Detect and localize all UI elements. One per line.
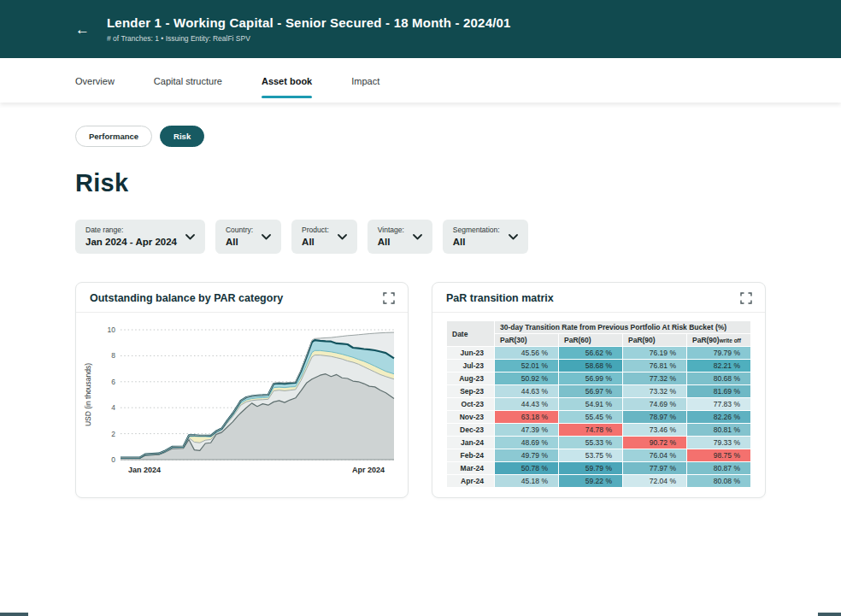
filter-value: All — [302, 237, 329, 247]
matrix-value-cell: 82.26 % — [687, 411, 751, 424]
filter-value: All — [226, 237, 253, 247]
filter-value: All — [453, 237, 500, 247]
pill-risk[interactable]: Risk — [160, 126, 204, 147]
matrix-table-wrap: Date 30-day Transition Rate from Previou… — [432, 313, 765, 488]
matrix-col-header-par90: PaR(90) — [623, 334, 687, 347]
matrix-date-cell: Dec-23 — [447, 424, 495, 437]
filter-segmentation[interactable]: Segmentation:All — [443, 220, 528, 254]
y-axis-title: USD (in thousands) — [84, 363, 92, 426]
filter-label: Vintage: — [378, 226, 404, 234]
bottom-bar-right-corner — [818, 613, 841, 616]
matrix-value-cell: 81.69 % — [687, 385, 751, 398]
chevron-down-icon — [509, 234, 518, 240]
filter-label: Date range: — [85, 226, 177, 234]
matrix-value-cell: 76.81 % — [623, 360, 687, 373]
matrix-value-cell: 56.97 % — [559, 385, 623, 398]
matrix-date-cell: Feb-24 — [447, 449, 495, 462]
matrix-value-cell: 63.18 % — [495, 411, 559, 424]
matrix-value-cell: 54.91 % — [559, 398, 623, 411]
matrix-value-cell: 77.32 % — [623, 373, 687, 385]
tab-impact[interactable]: Impact — [351, 61, 379, 101]
outstanding-balance-card: Outstanding balance by PAR category 0246… — [75, 282, 409, 498]
filter-value: Jan 2024 - Apr 2024 — [85, 237, 177, 247]
matrix-row: Apr-2445.18 %59.22 %72.04 %80.08 % — [447, 475, 751, 488]
matrix-date-cell: Mar-24 — [447, 462, 495, 475]
matrix-date-cell: Jan-24 — [447, 437, 495, 449]
cards-row: Outstanding balance by PAR category 0246… — [75, 282, 766, 498]
matrix-value-cell: 53.75 % — [559, 449, 623, 462]
matrix-value-cell: 58.68 % — [559, 360, 623, 373]
matrix-date-cell: Oct-23 — [447, 398, 495, 411]
matrix-value-cell: 79.33 % — [687, 437, 751, 449]
par-transition-matrix-card: PaR transition matrix Date 30-day Transi… — [432, 282, 766, 498]
card-header: Outstanding balance by PAR category — [76, 283, 408, 313]
back-arrow-icon[interactable]: ← — [75, 22, 90, 37]
y-tick-label: 6 — [111, 378, 115, 386]
matrix-value-cell: 52.01 % — [495, 360, 559, 373]
matrix-value-cell: 50.78 % — [495, 462, 559, 475]
filter-product[interactable]: Product:All — [291, 220, 357, 254]
matrix-date-cell: Apr-24 — [447, 475, 495, 488]
matrix-value-cell: 77.83 % — [687, 398, 751, 411]
tab-capital-structure[interactable]: Capital structure — [154, 61, 222, 101]
page-title: Risk — [75, 169, 766, 197]
par-transition-matrix-table: Date 30-day Transition Rate from Previou… — [446, 320, 751, 488]
card-header: PaR transition matrix — [432, 283, 765, 313]
chevron-down-icon — [338, 234, 347, 240]
matrix-row: Jan-2448.69 %55.33 %90.72 %79.33 % — [447, 437, 751, 449]
matrix-row: Nov-2363.18 %55.45 %78.97 %82.26 % — [447, 411, 751, 424]
matrix-value-cell: 73.32 % — [623, 385, 687, 398]
card-title: PaR transition matrix — [446, 292, 554, 304]
matrix-date-cell: Aug-23 — [447, 373, 495, 385]
pill-performance[interactable]: Performance — [75, 126, 152, 147]
chevron-down-icon — [262, 234, 271, 240]
x-tick-label-end: Apr 2024 — [352, 466, 385, 474]
matrix-value-cell: 76.19 % — [623, 347, 687, 360]
filter-country[interactable]: Country:All — [215, 220, 281, 254]
matrix-date-cell: Jun-23 — [447, 347, 495, 360]
matrix-date-cell: Nov-23 — [447, 411, 495, 424]
app-header: ← Lender 1 - Working Capital - Senior Se… — [0, 0, 841, 58]
matrix-row: Jun-2345.56 %56.62 %76.19 %79.79 % — [447, 347, 751, 360]
filter-vintage[interactable]: Vintage:All — [368, 220, 432, 254]
y-tick-label: 4 — [111, 403, 115, 412]
matrix-value-cell: 76.04 % — [623, 449, 687, 462]
filter-label: Product: — [302, 226, 329, 234]
par-balance-chart-svg: 0246810Jan 2024Apr 2024USD (in thousands… — [81, 316, 403, 487]
matrix-row: Jul-2352.01 %58.68 %76.81 %82.21 % — [447, 360, 751, 373]
matrix-value-cell: 74.69 % — [623, 398, 687, 411]
filter-label: Country: — [226, 226, 253, 234]
tab-bar: Overview Capital structure Asset book Im… — [0, 58, 841, 103]
matrix-row: Oct-2344.43 %54.91 %74.69 %77.83 % — [447, 398, 751, 411]
matrix-value-cell: 72.04 % — [623, 475, 687, 488]
area-current — [121, 374, 394, 460]
x-tick-label-start: Jan 2024 — [128, 466, 161, 474]
matrix-value-cell: 80.87 % — [687, 462, 751, 475]
matrix-value-cell: 59.22 % — [559, 475, 623, 488]
matrix-row: Mar-2450.78 %59.79 %77.97 %80.87 % — [447, 462, 751, 475]
tab-asset-book[interactable]: Asset book — [262, 61, 312, 101]
chevron-down-icon — [185, 234, 195, 240]
matrix-value-cell: 55.45 % — [559, 411, 623, 424]
matrix-row: Feb-2449.79 %53.75 %76.04 %98.75 % — [447, 449, 751, 462]
matrix-value-cell: 56.62 % — [559, 347, 623, 360]
matrix-value-cell: 80.08 % — [687, 475, 751, 488]
matrix-value-cell: 82.21 % — [687, 360, 751, 373]
matrix-row: Dec-2347.39 %74.78 %73.46 %80.81 % — [447, 424, 751, 437]
filter-date-range[interactable]: Date range:Jan 2024 - Apr 2024 — [75, 220, 205, 254]
matrix-value-cell: 90.72 % — [623, 437, 687, 449]
tab-overview[interactable]: Overview — [75, 61, 115, 101]
expand-fullscreen-icon[interactable] — [740, 292, 752, 304]
matrix-group-header: 30-day Transition Rate from Previous Por… — [495, 321, 751, 334]
subview-pills: Performance Risk — [75, 126, 766, 147]
matrix-body: Jun-2345.56 %56.62 %76.19 %79.79 %Jul-23… — [447, 347, 751, 488]
page-content: Performance Risk Risk Date range:Jan 202… — [0, 103, 841, 498]
filter-value: All — [378, 237, 404, 247]
deal-subtitle: # of Tranches: 1 • Issuing Entity: RealF… — [107, 34, 511, 43]
header-text-block: Lender 1 - Working Capital - Senior Secu… — [107, 15, 511, 43]
matrix-value-cell: 49.79 % — [495, 449, 559, 462]
chevron-down-icon — [413, 234, 422, 240]
matrix-row: Aug-2350.92 %56.99 %77.32 %80.68 % — [447, 373, 751, 385]
expand-fullscreen-icon[interactable] — [383, 292, 395, 304]
matrix-value-cell: 48.69 % — [495, 437, 559, 449]
